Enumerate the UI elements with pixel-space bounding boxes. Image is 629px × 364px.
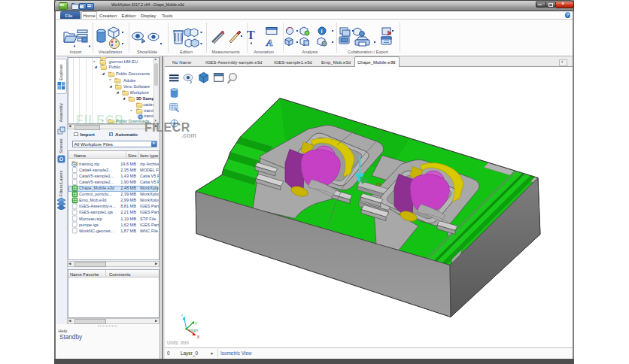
svg-text:A: A xyxy=(266,37,273,48)
svg-text:CS: CS xyxy=(376,182,381,186)
svg-text:i: i xyxy=(321,28,323,35)
svg-text:T: T xyxy=(247,29,255,41)
